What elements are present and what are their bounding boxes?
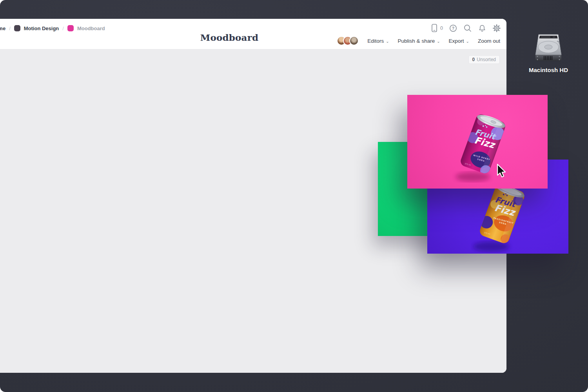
help-icon: ? xyxy=(449,24,457,33)
mobile-count: 0 xyxy=(440,25,443,31)
chevron-down-icon: ⌄ xyxy=(386,39,389,44)
zoom-out-label: Zoom out xyxy=(478,38,500,44)
search-button[interactable] xyxy=(463,24,472,33)
chevron-down-icon: ⌄ xyxy=(466,39,469,44)
drive-label: Macintosh HD xyxy=(528,67,569,73)
mouse-cursor xyxy=(496,163,506,178)
unsorted-badge[interactable]: 0 Unsorted xyxy=(468,55,500,64)
window-header: Home / Motion Design / Moodboard 0 xyxy=(0,19,506,49)
settings-button[interactable] xyxy=(492,24,501,33)
board-color-icon xyxy=(67,25,74,31)
hard-drive-icon xyxy=(533,32,564,64)
mobile-app-button[interactable]: 0 xyxy=(430,23,443,33)
project-color-icon xyxy=(14,25,20,31)
phone-icon xyxy=(430,23,439,33)
breadcrumb-separator: / xyxy=(9,25,11,31)
editors-label: Editors xyxy=(367,38,384,44)
avatar xyxy=(349,36,359,45)
chevron-down-icon: ⌄ xyxy=(437,39,440,44)
svg-text:?: ? xyxy=(452,26,454,31)
unsorted-label: Unsorted xyxy=(477,57,496,62)
search-icon xyxy=(463,24,472,33)
breadcrumb-board[interactable]: Moodboard xyxy=(77,25,105,31)
breadcrumb-separator: / xyxy=(62,25,64,31)
gear-icon xyxy=(492,24,501,33)
unsorted-count: 0 xyxy=(472,57,475,62)
editors-menu[interactable]: Editors ⌄ xyxy=(367,38,389,44)
publish-share-label: Publish & share xyxy=(398,38,435,44)
breadcrumb: Home / Motion Design / Moodboard xyxy=(0,25,105,31)
help-button[interactable]: ? xyxy=(449,24,457,33)
editor-avatars[interactable] xyxy=(337,36,359,45)
macintosh-hd-desktop-icon[interactable]: Macintosh HD xyxy=(528,32,569,73)
breadcrumb-home[interactable]: Home xyxy=(0,25,5,31)
export-menu[interactable]: Export ⌄ xyxy=(449,38,469,44)
desktop-screen: Home / Motion Design / Moodboard 0 xyxy=(0,0,588,392)
notifications-button[interactable] xyxy=(478,24,486,33)
publish-share-menu[interactable]: Publish & share ⌄ xyxy=(398,38,440,44)
breadcrumb-project[interactable]: Motion Design xyxy=(24,25,59,31)
bell-icon xyxy=(478,24,486,33)
export-label: Export xyxy=(449,38,464,44)
zoom-out-button[interactable]: Zoom out xyxy=(478,38,500,44)
pink-soda-can-card[interactable]: Fruit Fizz WILD BERRY SODA 375 ml xyxy=(407,95,548,189)
